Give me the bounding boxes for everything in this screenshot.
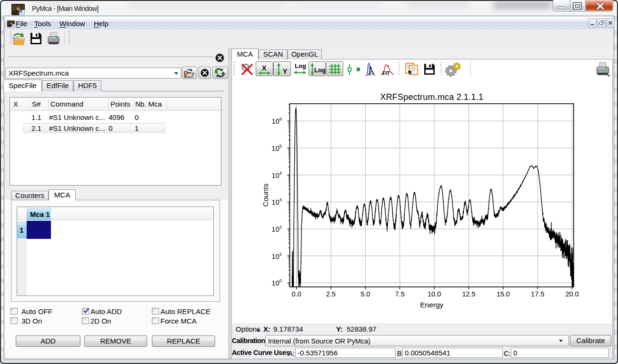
svg-text:FIT: FIT (382, 70, 390, 76)
svg-text:7.5: 7.5 (395, 290, 405, 298)
svg-text:15.0: 15.0 (497, 290, 510, 298)
svg-text:10.0: 10.0 (428, 290, 441, 298)
svg-text:0.0: 0.0 (292, 290, 301, 298)
svg-text:XRFSpectrum.mca 2.1.1.1: XRFSpectrum.mca 2.1.1.1 (380, 92, 483, 102)
svg-text:Y: Y (283, 68, 288, 75)
svg-text:X: X (262, 64, 267, 72)
svg-text:17.5: 17.5 (531, 290, 544, 298)
svg-text:Energy: Energy (420, 301, 443, 309)
svg-text:Log: Log (295, 62, 306, 69)
svg-text:Log: Log (314, 67, 325, 74)
svg-text:Counts: Counts (261, 183, 269, 207)
svg-text:5.0: 5.0 (360, 290, 370, 298)
svg-text:12.5: 12.5 (462, 290, 475, 298)
svg-text:2.5: 2.5 (326, 290, 336, 298)
svg-text:20.0: 20.0 (565, 290, 578, 298)
